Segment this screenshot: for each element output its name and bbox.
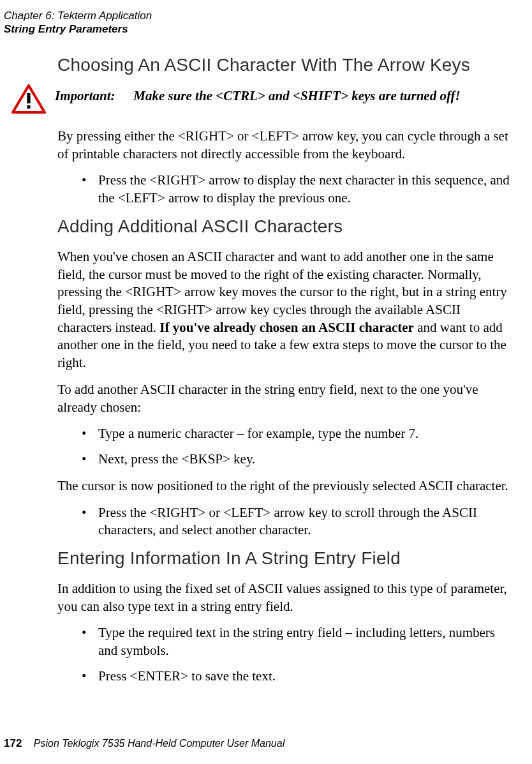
section-label: String Entry Parameters	[4, 22, 152, 36]
chapter-label: Chapter 6: Tekterm Application	[4, 9, 152, 22]
adding-para1-bold: If you've already chosen an ASCII charac…	[159, 320, 414, 335]
svg-rect-2	[27, 105, 30, 109]
important-body: Make sure the <CTRL> and <SHIFT> keys ar…	[133, 88, 460, 103]
important-note: Important: Make sure the <CTRL> and <SHI…	[11, 87, 517, 116]
adding-para3: The cursor is now positioned to the righ…	[57, 477, 517, 495]
choosing-bullets: Press the <RIGHT> arrow to display the n…	[57, 172, 517, 207]
adding-bullets-2: Press the <RIGHT> or <LEFT> arrow key to…	[57, 504, 517, 539]
choosing-para1: By pressing either the <RIGHT> or <LEFT>…	[57, 128, 517, 163]
list-item: Type the required text in the string ent…	[82, 624, 517, 659]
page-footer: 172 Psion Teklogix 7535 Hand-Held Comput…	[4, 737, 284, 750]
entering-para1: In addition to using the fixed set of AS…	[57, 580, 517, 615]
content-area: Choosing An ASCII Character With The Arr…	[57, 55, 517, 694]
heading-adding: Adding Additional ASCII Characters	[57, 216, 517, 237]
list-item: Press <ENTER> to save the text.	[82, 668, 517, 685]
list-item: Next, press the <BKSP> key.	[82, 451, 517, 468]
manual-title: Psion Teklogix 7535 Hand-Held Computer U…	[34, 738, 284, 749]
adding-para2: To add another ASCII character in the st…	[57, 381, 517, 416]
list-item: Press the <RIGHT> or <LEFT> arrow key to…	[82, 504, 517, 539]
important-label: Important:	[55, 87, 130, 105]
heading-entering: Entering Information In A String Entry F…	[57, 548, 517, 569]
svg-rect-1	[27, 93, 30, 103]
important-text: Important: Make sure the <CTRL> and <SHI…	[55, 87, 517, 105]
page-number: 172	[4, 737, 22, 749]
entering-bullets: Type the required text in the string ent…	[57, 624, 517, 685]
adding-bullets-1: Type a numeric character – for example, …	[57, 425, 517, 468]
page: Chapter 6: Tekterm Application String En…	[0, 0, 532, 764]
list-item: Type a numeric character – for example, …	[82, 425, 517, 443]
adding-para1: When you've chosen an ASCII character an…	[57, 248, 517, 372]
running-header: Chapter 6: Tekterm Application String En…	[4, 9, 152, 36]
warning-icon	[11, 84, 46, 116]
list-item: Press the <RIGHT> arrow to display the n…	[82, 172, 517, 207]
heading-choosing: Choosing An ASCII Character With The Arr…	[57, 55, 517, 75]
